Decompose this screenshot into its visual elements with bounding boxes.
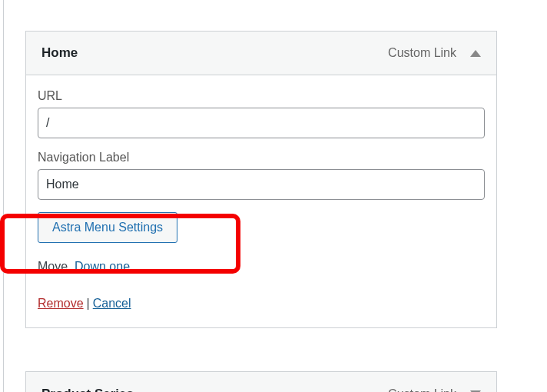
menu-item-home: Home Custom Link URL Navigation Label As… [25, 31, 497, 328]
move-row: Move Down one [38, 260, 485, 274]
nav-label-label: Navigation Label [38, 151, 485, 164]
separator: | [84, 297, 93, 310]
menu-item-header[interactable]: Product Series Custom Link [26, 372, 496, 392]
menu-item-type-label: Custom Link [388, 387, 456, 393]
nav-label-input[interactable] [38, 169, 485, 200]
astra-menu-settings-button[interactable]: Astra Menu Settings [38, 212, 177, 243]
panel-left-border [3, 0, 4, 392]
menu-item-title: Product Series [41, 387, 134, 393]
menu-item-product-series: Product Series Custom Link [25, 371, 497, 392]
nav-label-field-block: Navigation Label [38, 151, 485, 200]
menu-item-header-right: Custom Link [388, 387, 481, 393]
right-fade-overlay [509, 0, 547, 392]
collapse-up-icon[interactable] [470, 50, 481, 57]
url-input[interactable] [38, 108, 485, 138]
menu-item-header[interactable]: Home Custom Link [26, 32, 496, 75]
menu-item-header-right: Custom Link [388, 46, 481, 60]
url-field-block: URL [38, 89, 485, 138]
move-down-link[interactable]: Down one [75, 260, 130, 273]
menu-item-type-label: Custom Link [388, 46, 456, 60]
astra-settings-row: Astra Menu Settings [38, 212, 485, 243]
move-label: Move [38, 260, 68, 273]
menu-item-title: Home [41, 45, 78, 61]
menu-item-body: URL Navigation Label Astra Menu Settings… [26, 75, 496, 327]
remove-link[interactable]: Remove [38, 297, 84, 310]
url-label: URL [38, 89, 485, 103]
actions-row: Remove|Cancel [38, 297, 485, 311]
cancel-link[interactable]: Cancel [93, 297, 131, 310]
